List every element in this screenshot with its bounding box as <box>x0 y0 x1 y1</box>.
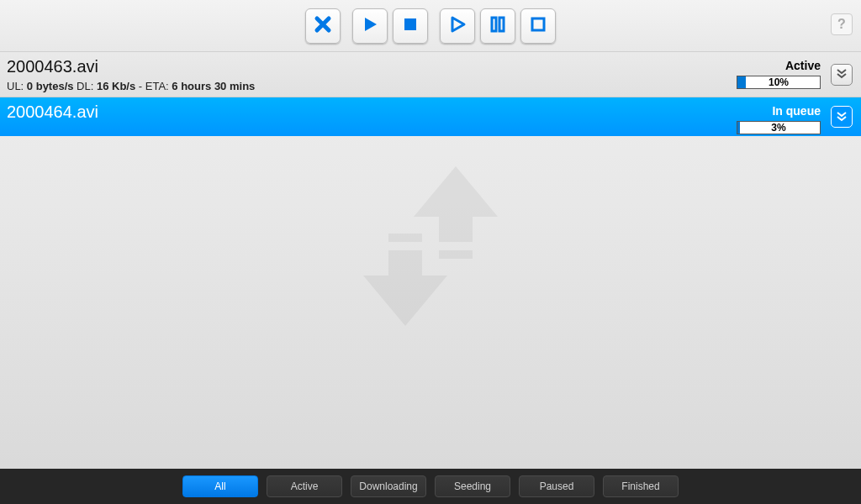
progress-pct: 3% <box>737 122 820 134</box>
start-all-button[interactable] <box>440 8 475 44</box>
svg-rect-4 <box>439 250 473 259</box>
toolbar-group-item <box>352 8 428 44</box>
help-icon: ? <box>837 17 846 32</box>
chevron-double-down-icon <box>836 67 848 81</box>
toolbar-group-all <box>440 8 556 44</box>
dl-value: 16 Kb/s <box>97 80 135 92</box>
torrent-filename: 2000464.avi <box>7 102 686 122</box>
eta-value: 6 hours 30 mins <box>172 80 255 92</box>
help-button[interactable]: ? <box>831 13 853 35</box>
stop-icon <box>401 15 420 36</box>
close-button[interactable] <box>305 8 341 44</box>
svg-rect-3 <box>532 18 544 30</box>
chevron-double-down-icon <box>836 110 848 124</box>
filter-seeding[interactable]: Seeding <box>435 475 510 497</box>
start-button[interactable] <box>352 8 388 44</box>
toolbar-group-primary <box>305 8 341 44</box>
svg-rect-0 <box>404 18 416 30</box>
pause-outline-icon <box>489 15 507 36</box>
play-icon <box>361 15 379 36</box>
svg-rect-5 <box>388 234 422 242</box>
torrent-stats: UL: 0 bytes/s DL: 16 Kb/s - ETA: 6 hours… <box>7 80 686 92</box>
torrent-filename: 2000463.avi <box>7 57 686 76</box>
toolbar: ? <box>0 0 861 52</box>
filter-finished[interactable]: Finished <box>603 475 679 497</box>
dl-label: DL: <box>74 80 97 92</box>
background-transfer-icon <box>338 158 523 346</box>
play-outline-icon <box>448 15 467 36</box>
close-icon <box>314 15 332 36</box>
eta-label: - ETA: <box>135 80 172 92</box>
progress-bar: 3% <box>737 121 821 134</box>
torrent-row-info: 2000464.avi <box>7 102 686 122</box>
svg-rect-2 <box>499 18 504 31</box>
ul-label: UL: <box>7 80 27 92</box>
status-text: In queue <box>772 104 821 118</box>
pause-all-button[interactable] <box>480 8 515 44</box>
torrent-row-status: In queue 3% <box>686 102 821 134</box>
progress-bar: 10% <box>737 76 821 89</box>
expand-button[interactable] <box>831 64 853 86</box>
torrent-row-selected[interactable]: 2000464.avi In queue 3% <box>0 97 861 136</box>
torrent-row-info: 2000463.avi UL: 0 bytes/s DL: 16 Kb/s - … <box>7 57 686 92</box>
status-text: Active <box>785 59 821 72</box>
stop-outline-icon <box>529 15 547 36</box>
svg-rect-1 <box>492 18 496 31</box>
stop-all-button[interactable] <box>520 8 556 44</box>
stop-button[interactable] <box>393 8 428 44</box>
filter-active[interactable]: Active <box>267 475 342 497</box>
expand-button[interactable] <box>831 106 853 128</box>
ul-value: 0 bytes/s <box>27 80 74 92</box>
filter-all[interactable]: All <box>182 475 258 497</box>
filter-downloading[interactable]: Downloading <box>351 475 426 497</box>
torrent-row-status: Active 10% <box>686 57 821 89</box>
torrent-row[interactable]: 2000463.avi UL: 0 bytes/s DL: 16 Kb/s - … <box>0 52 861 97</box>
progress-pct: 10% <box>737 76 820 88</box>
filter-bar: All Active Downloading Seeding Paused Fi… <box>0 469 861 504</box>
filter-paused[interactable]: Paused <box>519 475 594 497</box>
